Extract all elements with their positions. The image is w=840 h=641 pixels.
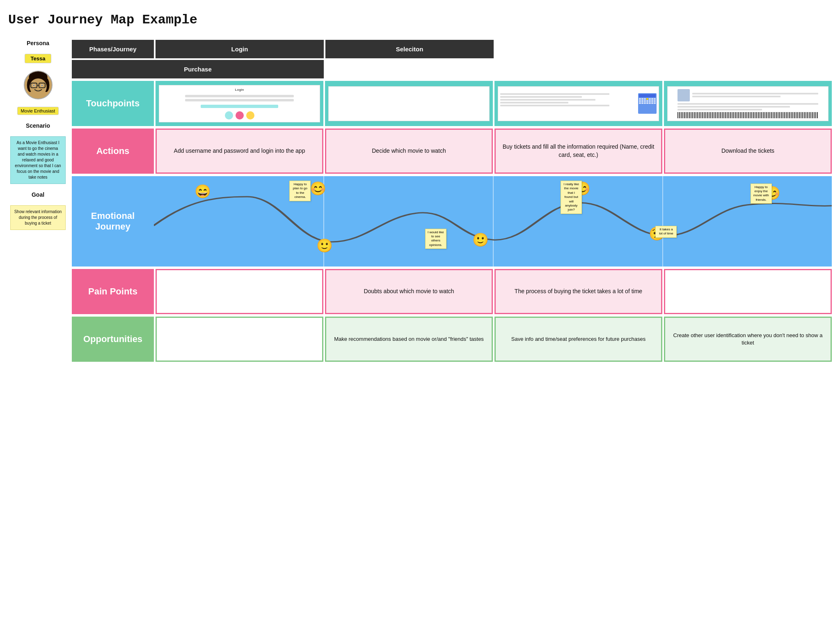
divider-2: [493, 176, 494, 267]
touchpoints-row: Touchpoints Login: [72, 81, 832, 126]
action-login: Add username and password and login into…: [156, 129, 323, 174]
ticket-screenshot: [667, 86, 829, 121]
emotional-content: ➜ 😄 🙂 😊 🙂 😊 😟 😊 Happy: [154, 176, 832, 267]
selection-screenshot: [328, 86, 490, 121]
pain-cell-1: [156, 269, 323, 314]
opp-cell-2: Make recommendations based on movie or/a…: [325, 317, 493, 362]
pain-cell-3: The process of buying the ticket takes a…: [494, 269, 662, 314]
emoji-4: 🙂: [472, 232, 489, 248]
page-title: User Journey Map Example: [8, 12, 832, 28]
action-purchase: Buy tickets and fill all the information…: [494, 129, 662, 174]
action-selection: Decide which movie to watch: [325, 129, 493, 174]
touchpoint-ticket: [664, 81, 832, 126]
sticky-3: I really like the movie that I found but…: [561, 181, 582, 214]
touchpoint-payment: [494, 81, 662, 126]
svg-point-10: [33, 85, 34, 86]
sticky-5: Happy to enjoy the movie with friends.: [751, 184, 772, 204]
persona-label: Persona: [27, 40, 49, 46]
goal-label: Goal: [32, 191, 44, 198]
divider-3: [662, 176, 663, 267]
touchpoint-login: Login: [156, 81, 323, 126]
scenario-label: Scenario: [26, 122, 50, 129]
touchpoint-selection: [325, 81, 493, 126]
pain-cell-2: Doubts about which movie to watch: [325, 269, 493, 314]
header-row: Phases/Journey Login Seleciton Purchase: [72, 40, 832, 78]
persona-role: Movie Enthusiast: [17, 107, 59, 115]
payment-screenshot: [498, 86, 659, 121]
touchpoints-label: Touchpoints: [72, 81, 154, 126]
opp-cell-3: Save info and time/seat preferences for …: [494, 317, 662, 362]
header-purchase: Purchase: [72, 60, 324, 78]
emotional-label: Emotional Journey: [72, 176, 154, 267]
svg-point-4: [30, 78, 46, 95]
goal-note: Show relevant information during the pro…: [10, 205, 66, 230]
header-selection: Seleciton: [325, 40, 494, 58]
emoji-3: 😊: [310, 181, 326, 196]
login-screenshot: Login: [159, 85, 320, 122]
opportunities-row: Opportunities Make recommendations based…: [72, 317, 832, 362]
opp-cell-1: [156, 317, 323, 362]
scenario-note: As a Movie Enthusiast I want to go the c…: [10, 136, 66, 184]
svg-point-11: [41, 85, 43, 86]
header-login: Login: [156, 40, 324, 58]
emotional-row: Emotional Journey ➜ 😄 🙂 😊 🙂 😊: [72, 176, 832, 267]
sticky-1: Happy to plan to go to the cinema.: [289, 181, 311, 201]
actions-row: Actions Add username and password and lo…: [72, 129, 832, 174]
arrow-icon: ➜: [154, 212, 156, 231]
pain-label: Pain Points: [72, 269, 154, 314]
action-download: Download the tickets: [664, 129, 832, 174]
header-phases: Phases/Journey: [72, 40, 154, 58]
opp-label: Opportunities: [72, 317, 154, 362]
sticky-2: I would like to see others opinions.: [425, 229, 446, 249]
pain-points-row: Pain Points Doubts about which movie to …: [72, 269, 832, 314]
pain-cell-4: [664, 269, 832, 314]
emoji-2: 🙂: [316, 238, 333, 253]
actions-label: Actions: [72, 129, 154, 174]
sidebar: Persona Tessa: [8, 40, 72, 362]
main-grid: Phases/Journey Login Seleciton Purchase …: [72, 40, 832, 362]
emoji-1: 😄: [195, 184, 211, 199]
persona-avatar: [24, 71, 53, 99]
sticky-4: It takes a lot of time: [655, 226, 677, 238]
persona-name: Tessa: [25, 54, 52, 63]
opp-cell-4: Create other user identification where y…: [664, 317, 832, 362]
